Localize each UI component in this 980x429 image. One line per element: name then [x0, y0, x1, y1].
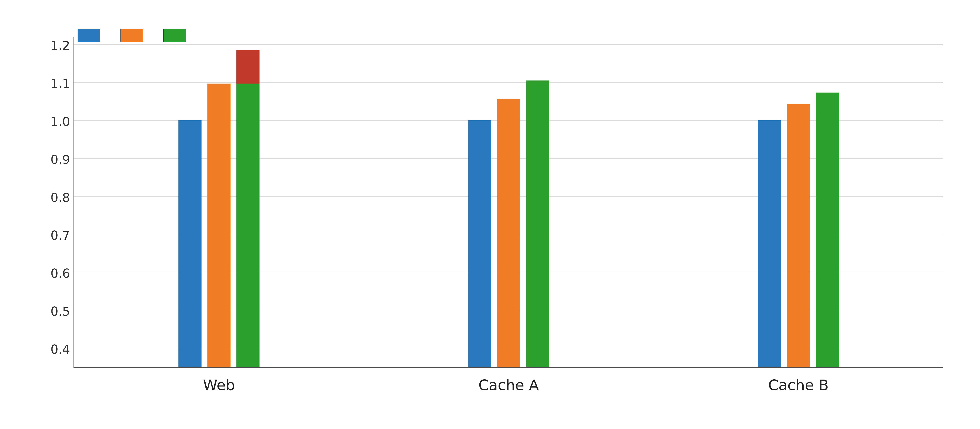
y-tick-label-1.1: 1.1 — [51, 77, 70, 91]
bar-cache-b-linux-partial — [787, 104, 810, 367]
y-tick-label-1.2: 1.2 — [51, 38, 70, 53]
x-label-cache-b: Cache B — [768, 376, 829, 394]
bar-cache-a-linux-partial — [497, 99, 520, 367]
chart-container: 0.40.50.60.70.80.91.01.11.2WebCache ACac… — [21, 21, 959, 408]
bar-cache-b-contiguitas — [816, 92, 839, 367]
x-label-cache-a: Cache A — [478, 376, 539, 394]
grid-line-1.1: 1.1 — [74, 82, 943, 83]
bar-web-linux-partial — [207, 83, 231, 367]
grid-line-1.2: 1.2 — [74, 44, 943, 45]
x-label-web: Web — [203, 376, 235, 394]
y-tick-label-0.4: 0.4 — [51, 342, 70, 356]
y-tick-label-0.5: 0.5 — [51, 304, 70, 319]
bar-cache-a-linux-full — [468, 120, 492, 367]
bar-cap-red-web — [236, 50, 260, 83]
y-tick-label-0.8: 0.8 — [51, 190, 70, 205]
bar-cache-a-contiguitas — [526, 80, 549, 367]
y-tick-label-0.9: 0.9 — [51, 152, 70, 167]
bar-web-linux-full — [178, 120, 202, 367]
y-tick-label-0.7: 0.7 — [51, 228, 70, 242]
bar-web-contiguitas — [236, 83, 260, 367]
y-tick-label-1.0: 1.0 — [51, 115, 70, 129]
y-tick-label-0.6: 0.6 — [51, 266, 70, 281]
chart-area: 0.40.50.60.70.80.91.01.11.2WebCache ACac… — [73, 37, 943, 368]
bar-cache-b-linux-full — [758, 120, 781, 367]
